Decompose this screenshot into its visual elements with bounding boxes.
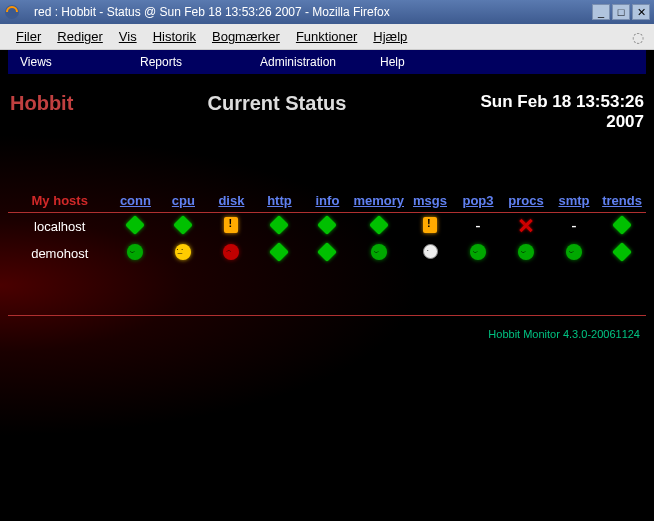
col-procs[interactable]: procs <box>508 193 543 208</box>
col-memory[interactable]: memory <box>353 193 404 208</box>
status-green-face-icon[interactable] <box>566 244 582 260</box>
status-cell <box>406 240 454 267</box>
header-row: Hobbit Current Status Sun Feb 18 13:53:2… <box>8 74 646 141</box>
status-cell <box>598 240 646 267</box>
firefox-window: red : Hobbit - Status @ Sun Feb 18 13:53… <box>0 0 654 521</box>
col-conn[interactable]: conn <box>120 193 151 208</box>
col-smtp[interactable]: smtp <box>558 193 589 208</box>
nav-help[interactable]: Help <box>368 51 488 73</box>
status-cell <box>550 240 598 267</box>
timestamp-line2: 2007 <box>481 112 644 132</box>
nav-administration[interactable]: Administration <box>248 51 368 73</box>
status-white-face-icon[interactable] <box>423 244 438 259</box>
menu-rediger[interactable]: Rediger <box>49 27 111 46</box>
nav-reports[interactable]: Reports <box>128 51 248 73</box>
status-green-icon[interactable] <box>318 242 338 262</box>
close-button[interactable]: ✕ <box>632 4 650 20</box>
timestamp-line1: Sun Feb 18 13:53:26 <box>481 92 644 112</box>
col-http[interactable]: http <box>267 193 292 208</box>
table-row: localhost-- <box>8 213 646 240</box>
status-red-face-icon[interactable] <box>223 244 239 260</box>
status-cell <box>207 240 255 267</box>
status-cell <box>159 213 207 240</box>
status-cell <box>255 213 303 240</box>
page-title: Current Status <box>73 92 480 115</box>
maximize-button[interactable]: □ <box>612 4 630 20</box>
nav-views[interactable]: Views <box>8 51 128 73</box>
col-trends[interactable]: trends <box>602 193 642 208</box>
status-red-x-icon[interactable] <box>518 217 534 233</box>
minimize-button[interactable]: _ <box>592 4 610 20</box>
status-cell: - <box>550 213 598 240</box>
table-header-row: My hosts conn cpu disk http info memory … <box>8 189 646 212</box>
status-green-icon[interactable] <box>612 215 632 235</box>
browser-menubar: Filer Rediger Vis Historik Bogmærker Fun… <box>0 24 654 50</box>
menu-vis[interactable]: Vis <box>111 27 145 46</box>
hobbit-navbar: Views Reports Administration Help <box>8 50 646 74</box>
status-cell <box>207 213 255 240</box>
menu-funktioner[interactable]: Funktioner <box>288 27 365 46</box>
status-green-icon[interactable] <box>126 215 146 235</box>
status-cell <box>111 213 159 240</box>
status-green-icon[interactable] <box>174 215 194 235</box>
status-green-face-icon[interactable] <box>127 244 143 260</box>
host-name: localhost <box>8 213 111 240</box>
status-cell <box>351 213 406 240</box>
status-cell <box>406 213 454 240</box>
status-cell <box>502 240 550 267</box>
status-cell <box>111 240 159 267</box>
status-green-icon[interactable] <box>612 242 632 262</box>
throbber-icon: ◌ <box>630 29 646 45</box>
menu-hjaelp[interactable]: Hjælp <box>365 27 415 46</box>
status-cell <box>598 213 646 240</box>
status-green-face-icon[interactable] <box>518 244 534 260</box>
host-name: demohost <box>8 240 111 267</box>
menu-bogmaerker[interactable]: Bogmærker <box>204 27 288 46</box>
window-title: red : Hobbit - Status @ Sun Feb 18 13:53… <box>26 5 592 19</box>
status-cell <box>303 240 351 267</box>
status-green-icon[interactable] <box>270 242 290 262</box>
status-cell <box>159 240 207 267</box>
table-row: demohost <box>8 240 646 267</box>
svg-point-1 <box>8 8 16 16</box>
col-disk[interactable]: disk <box>218 193 244 208</box>
timestamp: Sun Feb 18 13:53:26 2007 <box>481 92 644 133</box>
status-green-icon[interactable] <box>369 215 389 235</box>
col-cpu[interactable]: cpu <box>172 193 195 208</box>
status-cell <box>351 240 406 267</box>
window-controls: _ □ ✕ <box>592 4 650 20</box>
firefox-icon <box>4 4 20 20</box>
footer-divider <box>8 315 646 316</box>
section-label: My hosts <box>8 189 111 212</box>
col-pop3[interactable]: pop3 <box>462 193 493 208</box>
status-dash-icon: - <box>571 217 576 234</box>
status-green-icon[interactable] <box>318 215 338 235</box>
menu-filer[interactable]: Filer <box>8 27 49 46</box>
status-cell <box>454 240 502 267</box>
hosts-table: My hosts conn cpu disk http info memory … <box>8 189 646 267</box>
footer-version: Hobbit Monitor 4.3.0-20061124 <box>8 324 646 344</box>
col-msgs[interactable]: msgs <box>413 193 447 208</box>
menu-historik[interactable]: Historik <box>145 27 204 46</box>
status-yellow-face-icon[interactable] <box>175 244 191 260</box>
status-yellow-icon[interactable] <box>224 217 238 233</box>
brand-title: Hobbit <box>10 92 73 115</box>
status-green-face-icon[interactable] <box>371 244 387 260</box>
status-green-face-icon[interactable] <box>470 244 486 260</box>
status-cell <box>303 213 351 240</box>
status-cell <box>502 213 550 240</box>
col-info[interactable]: info <box>316 193 340 208</box>
status-cell <box>255 240 303 267</box>
page-content: Views Reports Administration Help Hobbit… <box>0 50 654 521</box>
titlebar: red : Hobbit - Status @ Sun Feb 18 13:53… <box>0 0 654 24</box>
status-yellow-icon[interactable] <box>423 217 437 233</box>
status-cell: - <box>454 213 502 240</box>
status-dash-icon: - <box>475 217 480 234</box>
status-green-icon[interactable] <box>270 215 290 235</box>
